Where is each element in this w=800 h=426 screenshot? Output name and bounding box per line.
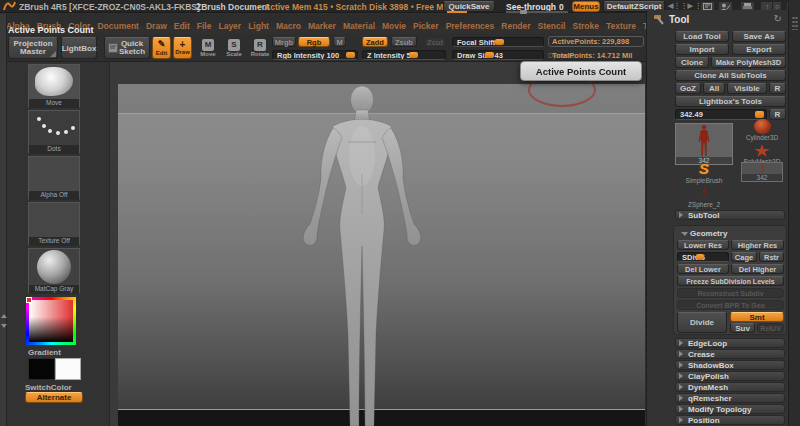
del-higher-button[interactable]: Del Higher bbox=[731, 264, 784, 274]
tool-section-modify-topology[interactable]: Modify Topology bbox=[675, 404, 785, 414]
slider-handle[interactable] bbox=[485, 52, 494, 58]
left-tray-divider[interactable] bbox=[0, 14, 7, 426]
menu-draw[interactable]: Draw bbox=[146, 21, 167, 31]
menu-picker[interactable]: Picker bbox=[413, 21, 439, 31]
current-alpha-thumbnail[interactable]: Alpha Off bbox=[28, 156, 80, 200]
convert-bpr-button[interactable]: Convert BPR To Geo bbox=[677, 300, 784, 310]
menu-render[interactable]: Render bbox=[501, 21, 530, 31]
draw-button[interactable]: + Draw bbox=[173, 37, 192, 59]
goz-button[interactable]: GoZ bbox=[675, 83, 701, 94]
lightbox-button[interactable]: LightBox bbox=[61, 37, 97, 59]
menu-file[interactable]: File bbox=[197, 21, 212, 31]
tool-section-shadowbox[interactable]: ShadowBox bbox=[675, 360, 785, 370]
slider-handle[interactable] bbox=[495, 39, 504, 45]
suv-button[interactable]: Suv bbox=[730, 323, 755, 333]
m-button[interactable]: M bbox=[333, 37, 346, 47]
subtool-section[interactable]: SubTool bbox=[675, 210, 785, 220]
projection-master-button[interactable]: Projection Master bbox=[8, 37, 58, 59]
tool-section-position[interactable]: Position bbox=[675, 415, 785, 425]
slider-handle[interactable] bbox=[346, 52, 355, 58]
main-color-swatch[interactable] bbox=[28, 358, 55, 380]
menu-movie[interactable]: Movie bbox=[382, 21, 406, 31]
palette-refresh-icon[interactable]: ↻ bbox=[774, 13, 782, 24]
rgb-intensity-slider[interactable]: Rgb Intensity 100 bbox=[272, 50, 358, 60]
cage-button[interactable]: Cage bbox=[731, 252, 757, 262]
smt-button[interactable]: Smt bbox=[730, 312, 784, 322]
current-texture-thumbnail[interactable]: Texture Off bbox=[28, 202, 80, 246]
color-picker[interactable] bbox=[26, 297, 76, 345]
zadd-button[interactable]: Zadd bbox=[362, 37, 388, 47]
menus-button[interactable]: Menus bbox=[572, 1, 600, 12]
menu-document[interactable]: Document bbox=[97, 21, 139, 31]
current-brush-thumbnail[interactable]: Move bbox=[28, 64, 80, 108]
reluv-button[interactable]: RelUV bbox=[757, 323, 784, 333]
zsub-button[interactable]: Zsub bbox=[391, 37, 417, 47]
make-polymesh3d-button[interactable]: Make PolyMesh3D bbox=[711, 57, 786, 68]
right-tray-divider[interactable] bbox=[788, 0, 800, 426]
menu-layer[interactable]: Layer bbox=[218, 21, 241, 31]
quick-sketch-button[interactable]: Quick Sketch bbox=[104, 37, 150, 59]
edit-button[interactable]: ✎ Edit bbox=[152, 37, 171, 59]
mrgb-button[interactable]: Mrgb bbox=[272, 37, 296, 47]
menu-edit[interactable]: Edit bbox=[174, 21, 190, 31]
tool-section-dynamesh[interactable]: DynaMesh bbox=[675, 382, 785, 392]
save-as-button[interactable]: Save As bbox=[732, 31, 786, 42]
goz-visible-button[interactable]: Visible bbox=[727, 83, 767, 94]
menu-material[interactable]: Material bbox=[343, 21, 375, 31]
reconstruct-subdiv-button[interactable]: Reconstruct Subdiv bbox=[677, 288, 784, 298]
import-button[interactable]: Import bbox=[675, 44, 729, 55]
goz-r-button[interactable]: R bbox=[769, 83, 786, 94]
freeze-subdivision-button[interactable]: Freeze SubDivision Levels bbox=[677, 276, 784, 286]
menu-stroke[interactable]: Stroke bbox=[572, 21, 598, 31]
document-area[interactable] bbox=[118, 84, 645, 410]
selected-tool-thumbnail[interactable]: 342 bbox=[675, 123, 733, 165]
secondary-color-swatch[interactable] bbox=[55, 358, 81, 380]
draw-size-slider[interactable]: Draw Size 43 bbox=[452, 50, 544, 60]
rotate-button[interactable]: R Rotate bbox=[249, 37, 271, 59]
tool-342-thumbnail[interactable]: 342 bbox=[741, 162, 783, 182]
see-through-slider[interactable] bbox=[506, 11, 568, 13]
clone-button[interactable]: Clone bbox=[675, 57, 709, 68]
menu-light[interactable]: Light bbox=[248, 21, 269, 31]
simplebrush-tool[interactable]: S SimpleBrush bbox=[675, 160, 733, 184]
sdiv-slider[interactable]: SDiv 6 bbox=[677, 252, 729, 262]
lightbox-tools-button[interactable]: Lightbox's Tools bbox=[675, 96, 786, 107]
slider-handle[interactable] bbox=[696, 254, 704, 260]
export-button[interactable]: Export bbox=[732, 44, 786, 55]
document-canvas[interactable] bbox=[110, 62, 645, 426]
load-tool-button[interactable]: Load Tool bbox=[675, 31, 729, 42]
menu-texture[interactable]: Texture bbox=[606, 21, 636, 31]
menu-marker[interactable]: Marker bbox=[308, 21, 336, 31]
menu-preferences[interactable]: Preferences bbox=[446, 21, 495, 31]
rgb-button[interactable]: Rgb bbox=[298, 37, 330, 47]
geometry-section[interactable]: Geometry bbox=[677, 228, 783, 238]
divide-button[interactable]: Divide bbox=[677, 312, 727, 333]
focal-shift-slider[interactable]: Focal Shift 0 bbox=[452, 37, 544, 47]
slider-handle[interactable] bbox=[755, 111, 764, 118]
current-material-thumbnail[interactable]: MatCap Gray bbox=[28, 248, 80, 294]
menu-macro[interactable]: Macro bbox=[276, 21, 301, 31]
zcut-button[interactable]: Zcut bbox=[424, 37, 446, 47]
tool-section-edgeloop[interactable]: EdgeLoop bbox=[675, 338, 785, 348]
rstr-button[interactable]: Rstr bbox=[759, 252, 784, 262]
current-stroke-thumbnail[interactable]: Dots bbox=[28, 110, 80, 154]
alternate-button[interactable]: Alternate bbox=[25, 392, 83, 403]
brush-label: Move bbox=[29, 99, 79, 107]
move-button[interactable]: M Move bbox=[197, 37, 219, 59]
scale-button[interactable]: S Scale bbox=[223, 37, 245, 59]
cylinder3d-tool[interactable]: Cylinder3D bbox=[739, 119, 785, 141]
tool-section-qremesher[interactable]: qRemesher bbox=[675, 393, 785, 403]
tool-section-claypolish[interactable]: ClayPolish bbox=[675, 371, 785, 381]
z-intensity-slider[interactable]: Z Intensity 51 bbox=[362, 50, 446, 60]
goz-all-button[interactable]: All bbox=[703, 83, 725, 94]
zsphere2-tool[interactable]: ZSphere_2 bbox=[675, 186, 733, 208]
tool-palette-header[interactable]: Tool bbox=[653, 14, 689, 25]
higher-res-button[interactable]: Higher Res bbox=[731, 240, 784, 250]
lower-res-button[interactable]: Lower Res bbox=[677, 240, 729, 250]
del-lower-button[interactable]: Del Lower bbox=[677, 264, 729, 274]
slider-handle[interactable] bbox=[409, 52, 418, 58]
menu-stencil[interactable]: Stencil bbox=[538, 21, 566, 31]
clone-all-subtools-button[interactable]: Clone All SubTools bbox=[675, 70, 786, 81]
tool-section-crease[interactable]: Crease bbox=[675, 349, 785, 359]
saturation-square[interactable] bbox=[29, 300, 73, 342]
